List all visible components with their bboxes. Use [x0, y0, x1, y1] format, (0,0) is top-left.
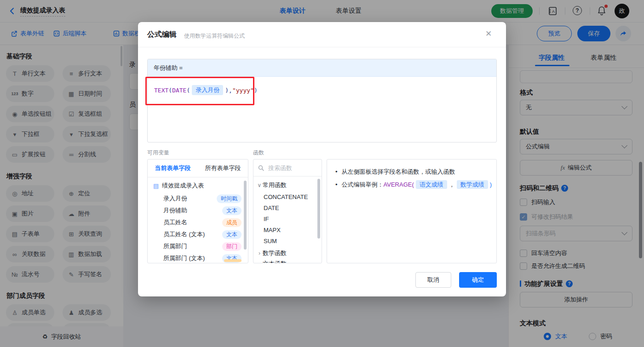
modal-subtitle: 使用数学运算符编辑公式 — [184, 32, 245, 40]
formula-target-field: 年份辅助 = — [154, 64, 183, 72]
variable-name: 员工姓名 (文本) — [163, 230, 205, 239]
group-label: 常用函数 — [263, 181, 287, 189]
form-file-icon: ▤ — [153, 182, 159, 189]
paren: ) — [490, 181, 492, 188]
confirm-button[interactable]: 确定 — [459, 272, 497, 288]
variable-name: 所属部门 (文本) — [163, 254, 205, 262]
variable-name: 月份辅助 — [163, 206, 187, 215]
group-label: 数学函数 — [263, 249, 287, 257]
divider — [138, 47, 506, 47]
variables-scrollbar[interactable] — [244, 181, 247, 250]
example-field-pill: 数学成绩 — [457, 180, 488, 189]
variable-name: 所属部门 — [163, 242, 187, 250]
function-name: MAPX — [264, 227, 281, 233]
chevron-down-icon: ∨ — [256, 182, 263, 188]
variables-tabs: 当前表单字段 所有表单字段 — [148, 159, 248, 177]
variables-label: 可用变量 — [147, 149, 169, 157]
function-group-common[interactable]: ∨常用函数 — [253, 180, 322, 190]
example-function: AVERAGE( — [384, 181, 414, 188]
function-group-math[interactable]: ›数学函数 — [253, 248, 322, 258]
formula-assign-bar: 年份辅助 = — [148, 59, 496, 77]
annotation-highlight-box — [145, 77, 254, 105]
chevron-right-icon: › — [256, 250, 263, 256]
type-badge: 文本 — [222, 230, 242, 239]
variable-name: 录入月份 — [163, 194, 187, 203]
app-window: 绩效提成录入表 表单设计 表单设置 数据管理 A ? 政 表单外链 后端脚本 数… — [0, 0, 644, 347]
functions-scrollbar[interactable] — [317, 179, 320, 239]
function-search-row — [253, 159, 322, 176]
example-field-pill: 语文成绩 — [416, 180, 447, 189]
close-icon[interactable]: ✕ — [485, 29, 492, 39]
type-badge: 文本 — [222, 206, 242, 215]
variable-row[interactable]: 月份辅助文本 — [148, 205, 248, 216]
comma: ， — [449, 181, 455, 188]
function-name: CONCATENATE — [264, 193, 308, 200]
function-name: SUM — [264, 238, 277, 245]
variable-row[interactable]: 所属部门部门 — [148, 240, 248, 252]
type-badge: 部门 — [222, 242, 242, 251]
variables-panel: 当前表单字段 所有表单字段 ▤绩效提成录入表 录入月份时间戳 月份辅助文本 员工… — [147, 159, 248, 263]
paren: ) — [254, 87, 258, 94]
chevron-right-icon: › — [256, 261, 263, 264]
form-name: 绩效提成录入表 — [162, 182, 204, 190]
help-line-2: •公式编辑举例：AVERAGE(语文成绩，数学成绩) — [335, 180, 492, 189]
type-badge: 成员 — [222, 218, 242, 227]
function-item[interactable]: DATE — [253, 203, 322, 213]
function-item[interactable]: CONCATENATE — [253, 192, 322, 202]
functions-panel: ∨常用函数 CONCATENATE DATE IF MAPX SUM ›数学函数… — [253, 159, 322, 263]
help-example: 公式编辑举例：AVERAGE(语文成绩，数学成绩) — [342, 180, 492, 189]
function-name: DATE — [264, 205, 279, 211]
bullet-icon: • — [335, 167, 338, 176]
function-name: IF — [264, 216, 269, 222]
variable-row[interactable]: 员工姓名 (文本)文本 — [148, 228, 248, 240]
modal-title: 公式编辑 — [147, 30, 177, 40]
variable-row[interactable]: 员工姓名成员 — [148, 216, 248, 228]
variable-row[interactable]: 录入月份时间戳 — [148, 193, 248, 205]
next-row-badge-peek — [224, 259, 242, 262]
cancel-button[interactable]: 取消 — [415, 272, 451, 288]
search-icon — [258, 165, 264, 171]
variable-name: 员工姓名 — [163, 218, 187, 227]
formula-help-panel: •从左侧面板选择字段名和函数，或输入函数 •公式编辑举例：AVERAGE(语文成… — [327, 159, 497, 263]
function-search-input[interactable] — [267, 164, 315, 172]
functions-label: 函数 — [253, 149, 264, 157]
function-item[interactable]: IF — [253, 214, 322, 224]
formula-edit-modal: 公式编辑 使用数学运算符编辑公式 ✕ 年份辅助 = TEXT(DATE(录入月份… — [138, 22, 506, 296]
tab-all-form-fields[interactable]: 所有表单字段 — [198, 159, 248, 177]
variables-root-row[interactable]: ▤绩效提成录入表 — [148, 180, 248, 192]
type-badge: 时间戳 — [217, 194, 242, 203]
help-line-1: •从左侧面板选择字段名和函数，或输入函数 — [335, 167, 455, 176]
tab-current-form-fields[interactable]: 当前表单字段 — [148, 159, 198, 177]
bullet-icon: • — [335, 180, 338, 189]
help-text: 从左侧面板选择字段名和函数，或输入函数 — [342, 167, 455, 176]
function-group-text[interactable]: ›文本函数 — [253, 258, 322, 263]
function-item[interactable]: MAPX — [253, 225, 322, 235]
function-item[interactable]: SUM — [253, 236, 322, 246]
group-label: 文本函数 — [263, 260, 287, 264]
